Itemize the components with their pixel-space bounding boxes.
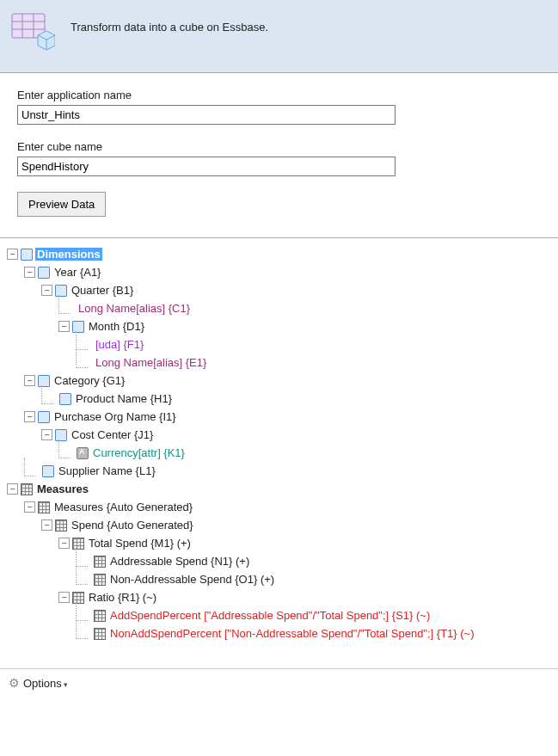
collapse-toggle[interactable]: − bbox=[24, 375, 35, 386]
tree-line bbox=[76, 566, 88, 585]
tree-line bbox=[76, 331, 88, 350]
quarter-alias-node[interactable]: Long Name[alias] {C1} bbox=[77, 302, 192, 315]
spend-auto-node[interactable]: Spend {Auto Generated} bbox=[70, 519, 195, 532]
cost-center-node[interactable]: Cost Center {J1} bbox=[70, 428, 155, 441]
total-spend-node[interactable]: Total Spend {M1} (+) bbox=[87, 537, 193, 550]
measures-auto-node[interactable]: Measures {Auto Generated} bbox=[52, 501, 194, 513]
wizard-header-text: Transform data into a cube on Essbase. bbox=[71, 12, 268, 34]
collapse-toggle[interactable]: − bbox=[58, 538, 70, 549]
collapse-toggle[interactable]: − bbox=[7, 249, 18, 260]
tree-line bbox=[76, 349, 88, 368]
tree-line bbox=[76, 548, 88, 567]
month-alias-node[interactable]: Long Name[alias] {E1} bbox=[94, 356, 208, 369]
dimension-icon bbox=[38, 267, 50, 279]
collapse-toggle[interactable]: − bbox=[41, 285, 52, 296]
quarter-node[interactable]: Quarter {B1} bbox=[70, 284, 135, 297]
measure-icon bbox=[94, 610, 106, 622]
addspendpercent-node[interactable]: AddSpendPercent ["Addressable Spend"/"To… bbox=[108, 609, 432, 622]
collapse-toggle[interactable]: − bbox=[7, 483, 18, 495]
measure-icon bbox=[55, 519, 67, 532]
nonaddspendpercent-node[interactable]: NonAddSpendPercent ["Non-Addressable Spe… bbox=[108, 627, 476, 640]
dimension-icon bbox=[59, 393, 71, 405]
tree-line bbox=[24, 458, 36, 476]
options-label: Options bbox=[23, 677, 62, 690]
options-menu[interactable]: Options▾ bbox=[23, 677, 68, 690]
tree-line bbox=[58, 439, 71, 458]
cube-name-label: Enter cube name bbox=[17, 140, 541, 153]
chevron-down-icon: ▾ bbox=[64, 680, 68, 689]
measures-node[interactable]: Measures bbox=[35, 482, 90, 495]
application-name-label: Enter application name bbox=[17, 89, 541, 101]
tree-line bbox=[58, 295, 71, 314]
wizard-header: Transform data into a cube on Essbase. bbox=[0, 0, 558, 73]
addr-spend-node[interactable]: Addressable Spend {N1} (+) bbox=[108, 555, 251, 568]
tree-line bbox=[76, 620, 88, 639]
measure-icon bbox=[94, 556, 106, 568]
category-node[interactable]: Category {G1} bbox=[52, 374, 126, 387]
product-name-node[interactable]: Product Name {H1} bbox=[74, 392, 174, 405]
purchase-org-node[interactable]: Purchase Org Name {I1} bbox=[52, 410, 178, 423]
dimension-icon bbox=[38, 411, 50, 423]
collapse-toggle[interactable]: − bbox=[24, 267, 35, 278]
year-node[interactable]: Year {A1} bbox=[52, 266, 102, 279]
month-uda-node[interactable]: [uda] {F1} bbox=[94, 338, 145, 351]
footer-bar: ⚙ Options▾ bbox=[0, 668, 558, 697]
ratio-node[interactable]: Ratio {R1} (~) bbox=[87, 591, 158, 604]
dimension-icon bbox=[42, 465, 54, 477]
collapse-toggle[interactable]: − bbox=[41, 429, 52, 440]
currency-attr-node[interactable]: Currency[attr] {K1} bbox=[91, 446, 187, 459]
collapse-toggle[interactable]: − bbox=[58, 592, 70, 603]
collapse-toggle[interactable]: − bbox=[24, 501, 35, 513]
nonaddr-spend-node[interactable]: Non-Addressable Spend {O1} (+) bbox=[108, 573, 276, 586]
dimension-icon bbox=[21, 249, 33, 261]
measure-icon bbox=[94, 574, 106, 586]
measure-icon bbox=[38, 501, 50, 513]
measure-icon bbox=[94, 628, 106, 640]
measure-icon bbox=[21, 483, 33, 495]
gear-icon: ⚙ bbox=[9, 676, 20, 690]
cube-name-input[interactable] bbox=[17, 157, 396, 176]
supplier-node[interactable]: Supplier Name {L1} bbox=[57, 464, 157, 477]
collapse-toggle[interactable]: − bbox=[58, 321, 70, 332]
cube-icon bbox=[9, 12, 55, 52]
month-node[interactable]: Month {D1} bbox=[87, 320, 146, 333]
preview-data-button[interactable]: Preview Data bbox=[17, 192, 106, 217]
tree-line bbox=[76, 602, 88, 621]
form-area: Enter application name Enter cube name P… bbox=[0, 73, 558, 238]
collapse-toggle[interactable]: − bbox=[24, 411, 35, 422]
collapse-toggle[interactable]: − bbox=[41, 519, 52, 531]
dimensions-node[interactable]: Dimensions bbox=[35, 248, 102, 261]
attribute-icon bbox=[77, 447, 89, 459]
application-name-input[interactable] bbox=[17, 105, 396, 125]
hierarchy-tree[interactable]: − Dimensions − Year {A1} − Quarter {B1} bbox=[0, 238, 558, 668]
tree-line bbox=[41, 385, 53, 404]
